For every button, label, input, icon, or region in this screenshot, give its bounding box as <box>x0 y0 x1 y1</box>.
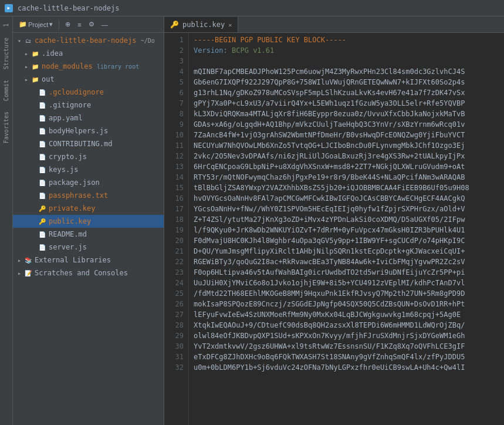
tab-icon: 🔑 <box>170 21 179 29</box>
line-number: 1 <box>167 35 184 46</box>
line-number: 19 <box>167 225 184 236</box>
main-layout: 1 Structure Commit Favorites 📁 Project ▾… <box>0 16 504 425</box>
server-icon: 📄 <box>38 243 47 251</box>
tree-item-package-json[interactable]: 📄 package.json <box>13 176 164 189</box>
toolbar-collapse-button[interactable]: ≡ <box>75 20 83 29</box>
tab-close-button[interactable]: ✕ <box>228 22 232 28</box>
line-number: 7 <box>167 99 184 109</box>
node-modules-icon: 📁 <box>31 62 40 70</box>
tree-item-root[interactable]: 🗂 cache-little-bear-nodejs ~/Do <box>13 34 164 47</box>
line-number: 8 <box>167 109 184 120</box>
tree-item-scratches[interactable]: 📝 Scratches and Consoles <box>13 267 164 279</box>
scratches-icon: 📝 <box>23 269 33 277</box>
tree-item-node-modules[interactable]: 📁 node_modules library root <box>13 60 164 73</box>
tree-item-external-libs[interactable]: 📚 External Libraries <box>13 254 164 267</box>
readme-icon: 📄 <box>38 230 47 238</box>
code-line: 2vkc/2O5Nev3vDPAAfs/ni6zjRLiUlJGoaLBxuzR… <box>194 151 499 162</box>
tree-arrow <box>25 76 31 83</box>
tree-item-server[interactable]: 📄 server.js <box>13 241 164 254</box>
project-panel: 📁 Project ▾ ⊕ ≡ ⚙ — 🗂 cache-little-bear-… <box>13 16 164 425</box>
line-number: 11 <box>167 141 184 151</box>
tree-item-keys[interactable]: 📄 keys.js <box>13 163 164 176</box>
toolbar-add-button[interactable]: ⊕ <box>63 19 73 29</box>
line-number: 12 <box>167 151 184 162</box>
line-number: 2 <box>167 46 184 56</box>
line-number: 24 <box>167 278 184 289</box>
tree-item-gitignore[interactable]: 📄 .gitignore <box>13 99 164 112</box>
sidebar-item-project[interactable]: 1 <box>1 19 11 32</box>
code-line: 6HrCqENCpoaG9LbpNiP+u8XdgVhXSnxW+msd8+2Z… <box>194 162 499 173</box>
line-number: 28 <box>167 321 184 331</box>
tree-item-app-yaml[interactable]: 📄 app.yaml <box>13 112 164 124</box>
code-line <box>194 56 499 67</box>
line-number: 21 <box>167 247 184 257</box>
toolbar-settings-button[interactable]: ⚙ <box>86 19 97 29</box>
package-json-icon: 📄 <box>38 178 47 187</box>
code-line: l/f9QKyu0+JrK8wDb2WNKUYiOZvT+7dRrM+0yFuV… <box>194 225 499 236</box>
sidebar-item-structure[interactable]: Structure <box>1 33 11 74</box>
tree-item-body-helpers[interactable]: 📄 bodyHelpers.js <box>13 124 164 137</box>
code-line: u0m+0bLDM6PY1b+Sj6vduVc24zOFNa7bNyLGPxzf… <box>194 363 499 373</box>
line-number: 5 <box>167 77 184 88</box>
passphrase-icon: 📄 <box>38 191 47 200</box>
sidebar-item-favorites[interactable]: Favorites <box>1 107 11 148</box>
tree-arrow <box>25 50 31 57</box>
sidebar-item-commit[interactable]: Commit <box>1 75 11 106</box>
line-number: 15 <box>167 183 184 194</box>
project-toolbar: 📁 Project ▾ ⊕ ≡ ⚙ — <box>13 16 164 33</box>
tree-item-gcloudignore[interactable]: 📄 .gcloudignore <box>13 86 164 99</box>
code-line: YGcsOaNnHv+fNw//WhY0Z1SPVOm5HEcEqIEIjq0h… <box>194 204 499 215</box>
toolbar-close-button[interactable]: — <box>99 20 110 29</box>
code-line: olwl84eOfJKBDvpQXP1SUd+sKPXxOn7Kvyy/mfjh… <box>194 331 499 342</box>
line-number: 27 <box>167 310 184 321</box>
code-line: g13rhL1Nq/gDKoZ978uMCoSVspF5mpLSlhKzuaLk… <box>194 88 499 99</box>
project-tree: 🗂 cache-little-bear-nodejs ~/Do 📁 .idea … <box>13 33 164 425</box>
editor-tab-public-key[interactable]: 🔑 public.key ✕ <box>164 17 238 32</box>
code-line: D+QU/YumJmsgMflipyXiRclt1AHbjNilpSQRn1ks… <box>194 247 499 257</box>
tree-item-private-key[interactable]: 🔑 private.key <box>13 202 164 215</box>
tree-item-idea[interactable]: 📁 .idea <box>13 47 164 60</box>
code-line: /fdMtd22TH68EEhlMKOGeB8MMj9HqxuPnk1EkfRJ… <box>194 289 499 299</box>
private-key-icon: 🔑 <box>38 204 47 212</box>
code-line: kL3XDviQRQKma4MTALjqXr8fiH6BEyppr8ezua0z… <box>194 109 499 120</box>
code-line: eTxDFCg8ZJhDXHc9oBq6FQkTWXASH7St18SNAny9… <box>194 352 499 363</box>
tree-arrow <box>18 257 23 264</box>
tree-arrow <box>25 63 31 70</box>
line-number: 30 <box>167 342 184 352</box>
line-number: 26 <box>167 299 184 310</box>
body-helpers-icon: 📄 <box>38 127 47 135</box>
editor-tab-bar: 🔑 public.key ✕ <box>164 16 504 33</box>
code-line: Gb6enG7IXQPf922J297QpP8G+758WIluVWujQRnG… <box>194 77 499 88</box>
idea-folder-icon: 📁 <box>31 49 40 58</box>
line-number: 3 <box>167 56 184 67</box>
code-editor[interactable]: -----BEGIN PGP PUBLIC KEY BLOCK-----Vers… <box>189 33 504 425</box>
line-number: 10 <box>167 130 184 141</box>
gitignore-icon: 📄 <box>38 101 47 109</box>
code-line: YvT2xdmtkvwV/2gsz6UHWA+xl9tsRtwWz7Essnsn… <box>194 342 499 352</box>
line-number: 31 <box>167 352 184 363</box>
tree-item-out[interactable]: 📁 out <box>13 73 164 86</box>
tree-item-readme[interactable]: 📄 README.md <box>13 228 164 241</box>
app-icon: ▶ <box>5 4 13 12</box>
line-number: 32 <box>167 363 184 373</box>
tree-item-passphrase[interactable]: 📄 passphrase.txt <box>13 189 164 202</box>
line-number: 23 <box>167 268 184 278</box>
line-number: 17 <box>167 204 184 215</box>
tree-item-crypto[interactable]: 📄 crypto.js <box>13 150 164 163</box>
contributing-icon: 📄 <box>38 140 47 148</box>
tree-item-contributing[interactable]: 📄 CONTRIBUTING.md <box>13 137 164 150</box>
gcloudignore-icon: 📄 <box>38 88 47 96</box>
app-title: cache-little-bear-nodejs <box>18 4 119 12</box>
out-folder-icon: 📁 <box>31 75 40 83</box>
tree-arrow <box>18 38 23 44</box>
project-dropdown-button[interactable]: 📁 Project ▾ <box>16 19 55 29</box>
code-line: mokIsaP8SPQozE89Cnczj/zSGGdEJpNgfp04SQX5… <box>194 299 499 310</box>
root-folder-icon: 🗂 <box>23 36 33 45</box>
code-line: UuJUiH0XjYMviC6o8o1Jvko1ojhjE9W+8i5b+YCU… <box>194 278 499 289</box>
ext-libs-icon: 📚 <box>23 256 33 264</box>
tree-item-public-key[interactable]: 🔑 public.key <box>13 215 164 228</box>
code-line: RGEWiBTy3/qoQuG2I8ac+RkRvawcBEa3TyNB84Aw… <box>194 257 499 268</box>
code-line: -----BEGIN PGP PUBLIC KEY BLOCK----- <box>194 35 499 46</box>
editor-area: 🔑 public.key ✕ 1234567891011121314151617… <box>164 16 504 425</box>
code-line: tBlBbGljZSA8YWxpY2VAZXhhbXBsZS5jb20+iQJO… <box>194 183 499 194</box>
